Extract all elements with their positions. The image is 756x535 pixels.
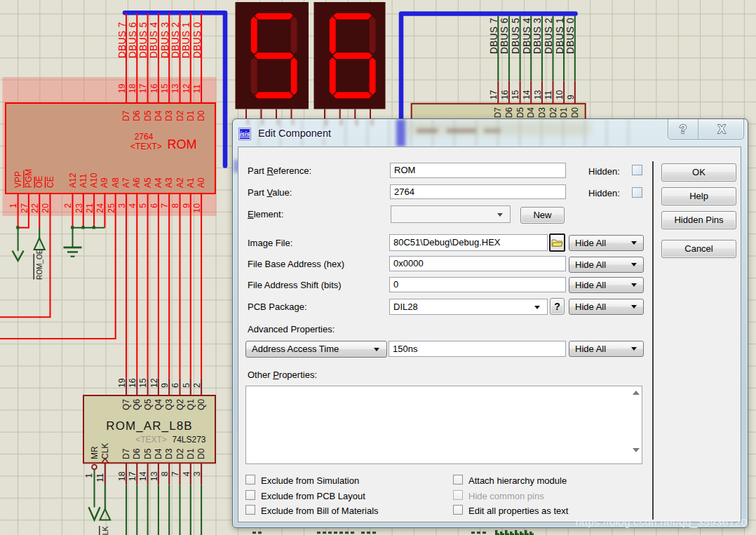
svg-text:<TEXT>: <TEXT>: [135, 435, 167, 445]
svg-text:Q7: Q7: [121, 399, 131, 410]
svg-text:VPP: VPP: [13, 171, 23, 188]
svg-text:11: 11: [544, 90, 553, 100]
svg-text:9: 9: [160, 383, 170, 388]
svg-text:D4: D4: [154, 110, 163, 121]
svg-text:1: 1: [84, 473, 94, 478]
svg-text:A9: A9: [100, 177, 109, 188]
svg-text:17: 17: [489, 90, 499, 100]
svg-text:D2: D2: [548, 107, 558, 118]
svg-text:A0: A0: [196, 177, 206, 188]
svg-text:74LS273: 74LS273: [172, 435, 205, 445]
svg-text:19: 19: [117, 83, 127, 93]
svg-text:ROM_CLK: ROM_CLK: [101, 527, 109, 535]
svg-text:ROM_OE: ROM_OE: [36, 249, 43, 280]
svg-text:8: 8: [160, 471, 170, 476]
svg-text:<TEXT>: <TEXT>: [130, 142, 162, 151]
svg-text:10: 10: [192, 203, 202, 213]
svg-text:12: 12: [182, 83, 191, 93]
svg-text:A4: A4: [154, 177, 163, 188]
svg-text:DBUS 4: DBUS 4: [522, 18, 532, 54]
svg-text:D6: D6: [132, 448, 142, 459]
svg-text:7: 7: [170, 471, 180, 476]
svg-text:2: 2: [63, 203, 73, 208]
svg-text:DBUS 0: DBUS 0: [192, 22, 203, 58]
svg-text:3: 3: [192, 471, 202, 476]
svg-text:Q4: Q4: [154, 399, 163, 410]
svg-text:9: 9: [566, 95, 576, 100]
svg-text:19: 19: [117, 378, 127, 388]
svg-text:D6: D6: [504, 107, 514, 118]
svg-text:16: 16: [500, 90, 510, 100]
svg-text:X: X: [718, 123, 726, 135]
svg-text:Q6: Q6: [132, 399, 142, 410]
svg-text:ROM_AR_L8B: ROM_AR_L8B: [106, 419, 192, 433]
svg-text:DBUS 5: DBUS 5: [511, 18, 521, 54]
svg-text:16: 16: [128, 378, 137, 388]
svg-text:5: 5: [182, 383, 191, 388]
svg-text:17: 17: [128, 471, 137, 481]
svg-text:DBUS 2: DBUS 2: [544, 18, 554, 54]
svg-text:25: 25: [107, 203, 116, 213]
svg-text:Q3: Q3: [164, 399, 174, 410]
svg-text:DBUS 1: DBUS 1: [555, 18, 565, 54]
svg-text:3: 3: [117, 203, 127, 208]
svg-text:23: 23: [74, 203, 84, 213]
svg-text:DBUS 7: DBUS 7: [117, 22, 128, 58]
svg-text:15: 15: [160, 83, 170, 93]
svg-text:A5: A5: [143, 177, 153, 188]
svg-text:12: 12: [149, 378, 159, 388]
svg-text:7: 7: [160, 203, 170, 208]
svg-text:18: 18: [128, 83, 137, 93]
svg-text:DBUS 3: DBUS 3: [532, 18, 543, 54]
svg-text:D0: D0: [196, 448, 206, 459]
svg-text:Q2: Q2: [175, 399, 185, 410]
svg-text:CE: CE: [46, 176, 55, 188]
svg-text:13: 13: [170, 83, 180, 93]
svg-text:CLK: CLK: [100, 443, 110, 459]
svg-text:18: 18: [117, 471, 127, 481]
svg-text:A1: A1: [186, 177, 196, 188]
svg-text:DBUS 6: DBUS 6: [128, 22, 138, 58]
svg-text:?: ?: [680, 123, 687, 136]
svg-text:A11: A11: [79, 173, 88, 188]
svg-text:15: 15: [511, 90, 520, 100]
svg-text:DBUS 1: DBUS 1: [181, 22, 191, 58]
svg-text:D5: D5: [143, 110, 153, 121]
svg-text:5: 5: [138, 203, 148, 208]
svg-text:A3: A3: [164, 177, 174, 188]
svg-text:22: 22: [30, 203, 40, 213]
svg-text:9: 9: [182, 203, 191, 208]
svg-text:D5: D5: [515, 107, 525, 118]
svg-text:13: 13: [533, 90, 543, 100]
svg-text:A2: A2: [175, 177, 185, 188]
svg-text:4: 4: [182, 471, 191, 476]
svg-text:A10: A10: [89, 172, 99, 188]
svg-text:2: 2: [192, 383, 202, 388]
svg-text:DBUS 6: DBUS 6: [499, 18, 510, 54]
svg-text:Q5: Q5: [143, 399, 153, 410]
svg-text:D2: D2: [175, 110, 185, 121]
svg-text:13: 13: [149, 471, 159, 481]
svg-text:Q0: Q0: [196, 399, 206, 410]
svg-text:6: 6: [149, 203, 159, 208]
svg-text:D7: D7: [121, 110, 131, 121]
svg-text:15: 15: [138, 378, 148, 388]
svg-text:D0: D0: [196, 110, 206, 121]
svg-text:D1: D1: [186, 110, 196, 121]
svg-text:10: 10: [555, 90, 565, 100]
svg-text:DBUS 3: DBUS 3: [160, 22, 170, 58]
svg-text:D7: D7: [121, 448, 131, 459]
svg-text:DBUS 2: DBUS 2: [170, 22, 181, 58]
svg-text:D7: D7: [493, 107, 503, 118]
svg-text:D3: D3: [164, 110, 174, 121]
svg-text:2764: 2764: [135, 132, 154, 142]
svg-text:20: 20: [41, 203, 50, 213]
svg-text:14: 14: [138, 471, 148, 481]
svg-text:OE: OE: [34, 176, 44, 188]
svg-text:D3: D3: [164, 448, 174, 459]
svg-text:DBUS 4: DBUS 4: [149, 22, 159, 58]
svg-text:A8: A8: [111, 177, 121, 188]
svg-text:D2: D2: [175, 448, 185, 459]
svg-text:D1: D1: [186, 448, 196, 459]
svg-text:DBUS 0: DBUS 0: [565, 18, 576, 54]
